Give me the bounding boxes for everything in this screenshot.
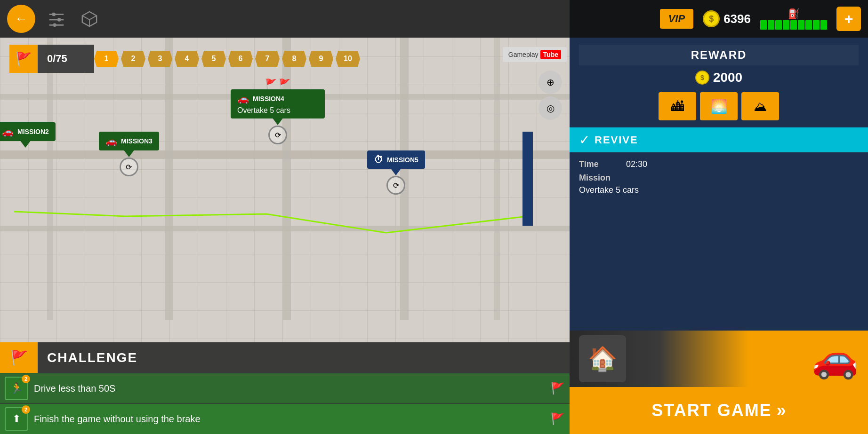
map-area: 🚗 MISSION2 🚗 MISSION3 ⟳ 🚩 🚩 🚗 MISSION4 O bbox=[0, 0, 570, 434]
vip-button[interactable]: VIP bbox=[660, 9, 693, 29]
fuel-icon: ⛽ bbox=[788, 8, 800, 19]
challenge-badge-1: 2 bbox=[22, 375, 30, 383]
coin-amount: 6396 bbox=[723, 12, 751, 26]
reward-icon-sunset[interactable]: 🌅 bbox=[700, 92, 738, 120]
progress-counter: 0/75 bbox=[38, 45, 94, 73]
mission-detail-block: Mission Overtake 5 cars bbox=[579, 173, 859, 195]
stage-5[interactable]: 5 bbox=[201, 51, 226, 67]
car-icon: 🚗 bbox=[105, 135, 117, 147]
car-icon: 🚗 bbox=[237, 93, 249, 104]
compass-icon[interactable]: ◎ bbox=[538, 96, 562, 120]
reward-value: 2000 bbox=[713, 70, 742, 85]
stage-2[interactable]: 2 bbox=[121, 51, 145, 67]
reward-icons: 🏙 🌅 ⛰ bbox=[579, 92, 859, 120]
coin-icon: $ bbox=[703, 10, 720, 27]
mission4-title: MISSION4 bbox=[253, 95, 284, 103]
challenge-title: CHALLENGE bbox=[38, 350, 147, 365]
svg-point-5 bbox=[53, 24, 56, 27]
mission2-node[interactable]: 🚗 MISSION2 bbox=[0, 122, 56, 141]
right-panel: VIP $ 6396 ⛽ + REWARD bbox=[570, 0, 868, 434]
tube-text: Tube bbox=[540, 50, 561, 59]
stage-3[interactable]: 3 bbox=[148, 51, 172, 67]
gameplay-text: Gameplay bbox=[508, 51, 538, 58]
stage-8[interactable]: 8 bbox=[282, 51, 306, 67]
mission2-title: MISSION2 bbox=[17, 128, 49, 135]
garage-preview[interactable]: 🏠 🚗 bbox=[570, 331, 868, 387]
progress-area: 🚩 0/75 bbox=[9, 45, 94, 73]
start-game-label: START GAME bbox=[651, 401, 772, 420]
back-button[interactable]: ← bbox=[7, 5, 35, 33]
mission4-checkpoint: ⟳ bbox=[268, 126, 287, 144]
stage-6[interactable]: 6 bbox=[228, 51, 253, 67]
filter-icon bbox=[48, 10, 65, 28]
start-chevrons: » bbox=[777, 401, 786, 420]
car-icon: 🚗 bbox=[2, 126, 14, 137]
challenge-section: 🚩 CHALLENGE 🏃 2 Drive less than 50S 🚩 ⬆ … bbox=[0, 342, 570, 434]
stage-indicators: 1 2 3 4 5 6 7 8 9 10 bbox=[94, 51, 360, 67]
revive-check-icon: ✓ bbox=[579, 132, 590, 148]
fuel-display: ⛽ bbox=[760, 8, 827, 30]
mission4-flags: 🚩 🚩 bbox=[265, 78, 290, 89]
reward-icon-city[interactable]: 🏙 bbox=[659, 92, 696, 120]
challenge-header: 🚩 CHALLENGE bbox=[0, 342, 570, 373]
settings-icons: ⊕ ◎ bbox=[538, 71, 562, 120]
reward-icon-mountain[interactable]: ⛰ bbox=[741, 92, 779, 120]
challenge-flag-end-1: 🚩 bbox=[551, 382, 565, 395]
mission3-title: MISSION3 bbox=[121, 137, 153, 145]
mission3-checkpoint: ⟳ bbox=[120, 158, 138, 176]
revive-section[interactable]: ✓ REVIVE bbox=[570, 127, 868, 152]
reward-section: REWARD $ 2000 🏙 🌅 ⛰ bbox=[570, 38, 868, 127]
challenge-flag-end-2: 🚩 bbox=[551, 412, 565, 426]
challenge-row-1[interactable]: 🏃 2 Drive less than 50S 🚩 bbox=[0, 373, 570, 403]
progress-flag: 🚩 bbox=[9, 45, 38, 73]
stage-9[interactable]: 9 bbox=[309, 51, 333, 67]
svg-point-3 bbox=[57, 18, 61, 22]
camera-settings-icon[interactable]: ⊕ bbox=[538, 71, 562, 94]
start-game-button[interactable]: START GAME » bbox=[570, 387, 868, 434]
mission5-node[interactable]: ⏱ MISSION5 ⟳ bbox=[367, 150, 425, 169]
mission-label: Mission bbox=[579, 173, 859, 183]
reward-coin-icon: $ bbox=[695, 71, 709, 85]
add-button[interactable]: + bbox=[836, 7, 861, 31]
challenge-avatar-1: 🏃 2 bbox=[5, 377, 28, 400]
challenge-avatar-2: ⬆ 2 bbox=[5, 407, 28, 431]
car-silhouette: 🚗 bbox=[812, 337, 859, 381]
mission4-subtitle: Overtake 5 cars bbox=[237, 106, 290, 115]
revive-label: REVIVE bbox=[595, 134, 638, 146]
fuel-bar bbox=[760, 20, 827, 30]
challenge-text-1: Drive less than 50S bbox=[34, 383, 545, 394]
cube-button[interactable] bbox=[78, 7, 101, 31]
clock-icon: ⏱ bbox=[374, 154, 383, 165]
challenge-text-2: Finish the game without using the brake bbox=[34, 414, 545, 425]
mission4-node[interactable]: 🚩 🚩 🚗 MISSION4 Overtake 5 cars ⟳ bbox=[231, 89, 325, 118]
stage-10[interactable]: 10 bbox=[336, 51, 360, 67]
mission5-title: MISSION5 bbox=[387, 156, 418, 164]
coin-display: $ 6396 bbox=[703, 10, 751, 27]
reward-title: REWARD bbox=[579, 45, 859, 65]
garage-icon: 🏠 bbox=[579, 335, 626, 382]
mission5-checkpoint: ⟳ bbox=[386, 176, 405, 195]
time-label: Time bbox=[579, 159, 617, 169]
mission-value: Overtake 5 cars bbox=[579, 185, 859, 195]
top-bar: ← bbox=[0, 0, 570, 38]
mission5-bar bbox=[522, 132, 533, 226]
right-panel-topbar: VIP $ 6396 ⛽ + bbox=[570, 0, 868, 38]
challenge-row-2[interactable]: ⬆ 2 Finish the game without using the br… bbox=[0, 403, 570, 434]
challenge-badge-2: 2 bbox=[22, 405, 30, 414]
svg-line-8 bbox=[89, 16, 96, 20]
filter-button[interactable] bbox=[45, 7, 68, 31]
cube-icon bbox=[80, 10, 98, 28]
reward-amount: $ 2000 bbox=[579, 70, 859, 85]
back-icon: ← bbox=[15, 11, 28, 26]
svg-point-1 bbox=[52, 13, 56, 16]
stage-1[interactable]: 1 bbox=[94, 51, 119, 67]
mission3-node[interactable]: 🚗 MISSION3 ⟳ bbox=[99, 132, 159, 150]
time-value: 02:30 bbox=[626, 159, 647, 169]
svg-line-7 bbox=[82, 16, 89, 20]
time-row: Time 02:30 bbox=[579, 159, 859, 169]
challenge-flag: 🚩 bbox=[0, 342, 38, 373]
gameplay-tube-logo: Gameplay Tube bbox=[503, 47, 567, 62]
stage-7[interactable]: 7 bbox=[255, 51, 280, 67]
stage-4[interactable]: 4 bbox=[175, 51, 199, 67]
mission-details: Time 02:30 Mission Overtake 5 cars bbox=[570, 152, 868, 331]
